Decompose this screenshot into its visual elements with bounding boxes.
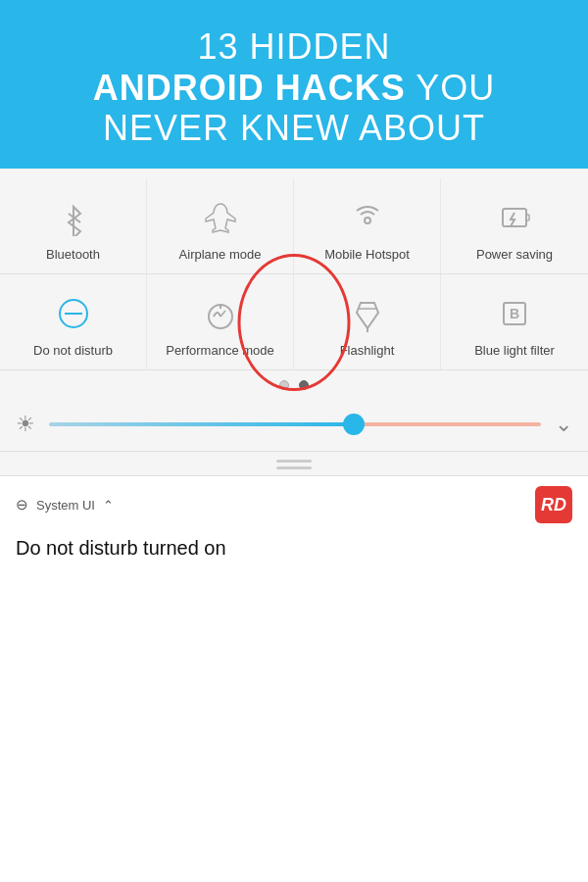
- qs-hotspot[interactable]: Mobile Hotspot: [294, 178, 441, 273]
- drag-lines: [276, 460, 312, 469]
- header-line1: 13 HIDDEN: [39, 27, 549, 67]
- dnd-notif-icon: ⊖: [16, 496, 28, 514]
- qs-hotspot-label: Mobile Hotspot: [324, 247, 410, 264]
- pagination: [0, 370, 588, 398]
- qs-dnd-label: Do not disturb: [33, 343, 113, 360]
- qs-flashlight-label: Flashlight: [340, 343, 395, 360]
- notification-message-text: Do not disturb turned on: [16, 537, 226, 559]
- battery-icon: [491, 194, 538, 241]
- drag-handle: [0, 452, 588, 475]
- header-line3: NEVER KNEW ABOUT: [39, 109, 549, 148]
- qs-bluetooth[interactable]: Bluetooth: [0, 178, 147, 273]
- qs-powersaving[interactable]: Power saving: [441, 178, 588, 273]
- notification-caret-icon[interactable]: ⌃: [103, 498, 114, 513]
- notification-app-label: System UI: [36, 498, 95, 513]
- performance-icon: [197, 290, 244, 337]
- svg-line-7: [220, 311, 225, 317]
- svg-marker-8: [357, 303, 378, 328]
- qs-bluetooth-label: Bluetooth: [46, 247, 100, 264]
- brightness-slider-track[interactable]: [49, 422, 541, 426]
- drag-line-1: [276, 460, 312, 463]
- notification-left: ⊖ System UI ⌃: [16, 496, 114, 514]
- qs-bluelight-label: Blue light filter: [474, 343, 555, 360]
- quick-settings-panel: Bluetooth Airplane mode Mobile Hotspot: [0, 169, 588, 475]
- drag-line-2: [276, 466, 312, 469]
- rd-logo: RD: [535, 486, 572, 523]
- svg-text:B: B: [510, 306, 519, 321]
- notification-bar: ⊖ System UI ⌃ RD: [0, 475, 588, 533]
- header-line2: ANDROID HACKS YOU: [39, 67, 549, 109]
- svg-rect-2: [526, 215, 529, 220]
- hotspot-icon: [344, 194, 391, 241]
- svg-point-0: [365, 218, 370, 223]
- brightness-row[interactable]: ☀ ⌄: [0, 398, 588, 452]
- qs-bluelight[interactable]: B Blue light filter: [441, 274, 588, 369]
- qs-airplane-label: Airplane mode: [179, 247, 262, 264]
- airplane-icon: [197, 194, 244, 241]
- notification-message: Do not disturb turned on: [0, 533, 588, 573]
- pagination-dot-1: [279, 380, 289, 390]
- header-you: YOU: [406, 68, 495, 108]
- bluelight-icon: B: [491, 290, 538, 337]
- brightness-slider-thumb[interactable]: [343, 414, 365, 435]
- chevron-down-icon[interactable]: ⌄: [555, 412, 572, 437]
- bluetooth-icon: [50, 194, 97, 241]
- qs-performance[interactable]: Performance mode: [147, 274, 294, 369]
- qs-performance-label: Performance mode: [166, 343, 274, 360]
- qs-row-1: Bluetooth Airplane mode Mobile Hotspot: [0, 178, 588, 274]
- dnd-icon: [50, 290, 97, 337]
- qs-airplane[interactable]: Airplane mode: [147, 178, 294, 273]
- qs-dnd[interactable]: Do not disturb: [0, 274, 147, 369]
- flashlight-icon: [344, 290, 391, 337]
- qs-powersaving-label: Power saving: [476, 247, 553, 264]
- svg-rect-1: [503, 209, 526, 226]
- header-android-hacks: ANDROID HACKS: [93, 68, 406, 108]
- header: 13 HIDDEN ANDROID HACKS YOU NEVER KNEW A…: [0, 0, 588, 169]
- qs-row-2: Do not disturb Performance mode: [0, 274, 588, 370]
- brightness-icon: ☀: [16, 412, 35, 437]
- qs-flashlight[interactable]: Flashlight: [294, 274, 441, 369]
- pagination-dot-2: [299, 380, 309, 390]
